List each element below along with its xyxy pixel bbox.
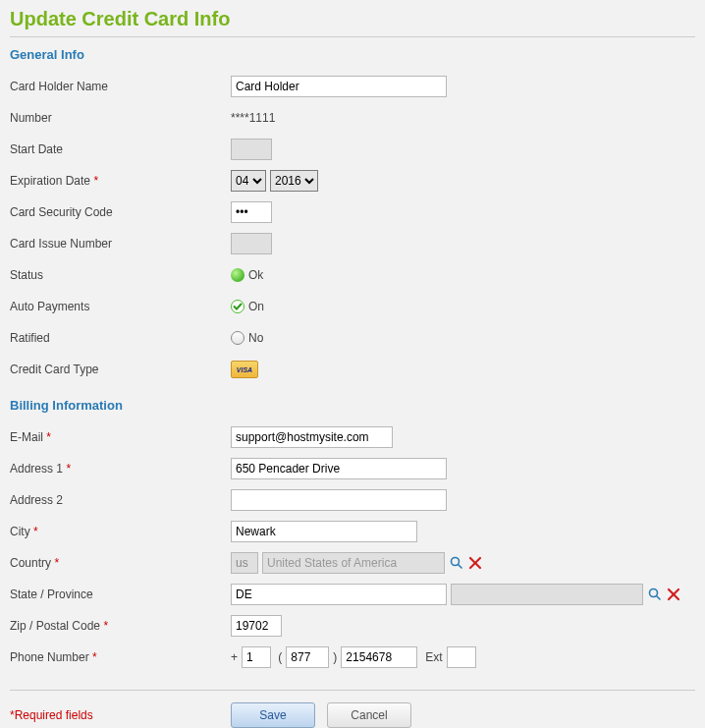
required-marker: * [92, 650, 97, 664]
label-email: E-Mail [10, 430, 43, 444]
country-clear-icon[interactable] [468, 556, 482, 570]
check-on-icon [231, 300, 244, 313]
phone-number-input[interactable] [341, 646, 417, 668]
required-fields-note: *Required fields [10, 708, 93, 722]
label-security-code: Card Security Code [10, 201, 231, 223]
phone-ext-input[interactable] [447, 646, 476, 668]
svg-line-1 [459, 565, 462, 569]
status-text: Ok [248, 268, 263, 282]
label-status: Status [10, 264, 231, 286]
security-code-input[interactable] [231, 201, 272, 223]
phone-area-input[interactable] [286, 646, 329, 668]
required-marker: * [93, 174, 98, 188]
label-auto-payments: Auto Payments [10, 296, 231, 317]
label-address1: Address 1 [10, 462, 63, 476]
city-input[interactable] [231, 521, 417, 542]
required-marker: * [54, 556, 59, 570]
country-lookup-icon[interactable] [449, 555, 464, 571]
label-country: Country [10, 556, 51, 570]
label-expiration-date: Expiration Date [10, 174, 90, 188]
label-ext: Ext [425, 650, 442, 664]
zip-input[interactable] [231, 615, 282, 637]
label-state: State / Province [10, 584, 231, 605]
svg-line-5 [657, 596, 661, 600]
section-general-info: General Info [10, 47, 695, 62]
exp-month-select[interactable]: 04 [231, 170, 266, 192]
label-cc-type: Credit Card Type [10, 359, 231, 380]
label-start-date: Start Date [10, 139, 231, 160]
required-marker: * [66, 462, 71, 476]
phone-paren-close: ) [333, 650, 337, 664]
radio-unchecked-icon [231, 331, 244, 345]
phone-paren-open: ( [275, 650, 282, 664]
exp-year-select[interactable]: 2016 [270, 170, 318, 192]
status-ok-icon [231, 268, 244, 282]
section-billing-info: Billing Information [10, 398, 695, 413]
cancel-button[interactable]: Cancel [327, 702, 411, 728]
label-number: Number [10, 107, 231, 129]
state-clear-icon[interactable] [667, 588, 680, 601]
label-phone: Phone Number [10, 650, 89, 664]
divider [10, 690, 695, 691]
phone-plus: + [231, 650, 238, 664]
page-title: Update Credit Card Info [10, 8, 695, 30]
address1-input[interactable] [231, 458, 447, 479]
required-marker: * [103, 619, 108, 633]
label-city: City [10, 525, 30, 538]
label-zip: Zip / Postal Code [10, 619, 100, 633]
label-address2: Address 2 [10, 489, 231, 511]
required-marker: * [33, 525, 38, 538]
visa-badge-icon: VISA [231, 361, 258, 378]
address2-input[interactable] [231, 489, 447, 511]
phone-country-input[interactable] [242, 646, 271, 668]
save-button[interactable]: Save [231, 702, 315, 728]
state-code-input[interactable] [231, 584, 447, 605]
card-holder-name-input[interactable] [231, 76, 447, 97]
label-issue-number: Card Issue Number [10, 233, 231, 254]
divider [10, 36, 695, 37]
country-code-input [231, 552, 258, 574]
issue-number-box [231, 233, 272, 254]
label-ratified: Ratified [10, 327, 231, 349]
auto-payments-text: On [248, 300, 264, 313]
state-name-input [451, 584, 643, 605]
ratified-text: No [248, 331, 263, 345]
email-input[interactable] [231, 426, 393, 448]
country-name-input [262, 552, 445, 574]
label-card-holder-name: Card Holder Name [10, 76, 231, 97]
state-lookup-icon[interactable] [647, 587, 663, 602]
required-marker: * [46, 430, 51, 444]
start-date-box [231, 139, 272, 160]
card-number-masked: ****1111 [231, 111, 275, 125]
